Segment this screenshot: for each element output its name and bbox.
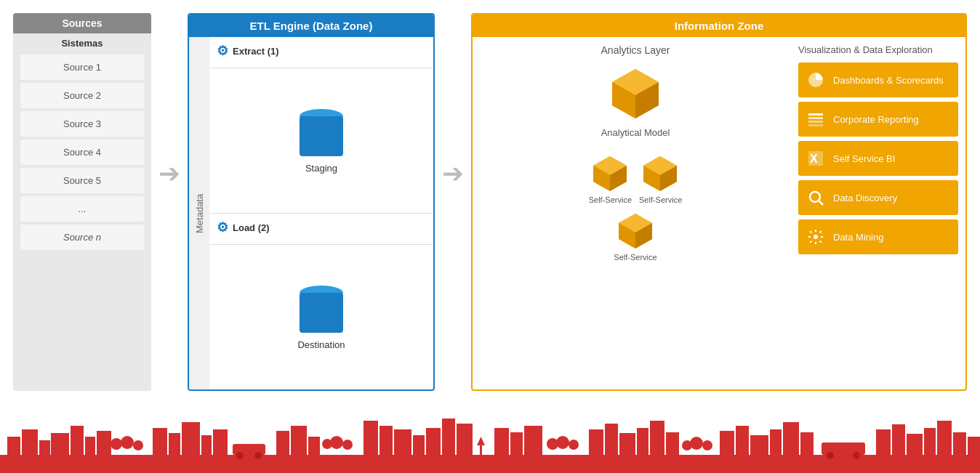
data-mining-button[interactable]: Data Mining bbox=[798, 219, 958, 254]
dashboards-button[interactable]: Dashboards & Scorecards bbox=[798, 62, 958, 97]
svg-point-64 bbox=[569, 440, 579, 450]
staging-label: Staging bbox=[305, 163, 337, 174]
svg-rect-86 bbox=[924, 428, 936, 455]
load-section: ⚙ Load (2) bbox=[209, 214, 433, 245]
excel-icon: X bbox=[806, 148, 826, 169]
city-skyline bbox=[0, 400, 980, 473]
staging-cylinder bbox=[300, 108, 343, 158]
info-header: Information Zone bbox=[473, 15, 965, 37]
svg-rect-54 bbox=[426, 428, 441, 455]
svg-rect-31 bbox=[85, 437, 95, 455]
list-item: Source 2 bbox=[20, 83, 144, 108]
svg-rect-79 bbox=[800, 432, 814, 455]
analytics-layer-title: Analytics Layer bbox=[480, 44, 791, 56]
svg-rect-55 bbox=[442, 419, 455, 455]
arrow-etl-to-info: ➔ bbox=[442, 158, 464, 189]
svg-rect-53 bbox=[413, 435, 425, 455]
metadata-label: Metadata bbox=[189, 37, 209, 389]
self-service-label-2: Self-Service bbox=[639, 195, 682, 204]
self-service-bi-button[interactable]: X Self Service BI bbox=[798, 141, 958, 176]
list-item: ... bbox=[20, 196, 144, 222]
svg-rect-66 bbox=[605, 424, 618, 455]
staging-area: Staging bbox=[209, 68, 433, 214]
svg-text:X: X bbox=[810, 153, 818, 165]
self-service-single: Self-Service bbox=[480, 210, 791, 262]
svg-rect-57 bbox=[480, 444, 482, 462]
destination-label: Destination bbox=[297, 339, 345, 350]
svg-rect-84 bbox=[892, 424, 905, 455]
svg-marker-58 bbox=[477, 437, 485, 445]
svg-rect-65 bbox=[589, 429, 603, 455]
self-service-item: Self-Service bbox=[639, 153, 682, 204]
svg-rect-61 bbox=[524, 426, 542, 455]
svg-rect-74 bbox=[720, 431, 734, 455]
sources-header: Sources bbox=[13, 13, 151, 33]
etl-panel: ETL Engine (Data Zone) Metadata ⚙ Extrac… bbox=[188, 13, 435, 391]
gear-icon: ⚙ bbox=[217, 43, 228, 59]
info-panel: Information Zone Analytics Layer Analyti… bbox=[471, 13, 967, 391]
self-service-item: Self-Service bbox=[589, 153, 632, 204]
svg-rect-76 bbox=[750, 435, 768, 455]
svg-point-81 bbox=[827, 452, 834, 459]
svg-rect-51 bbox=[379, 426, 393, 455]
data-mining-label: Data Mining bbox=[833, 232, 883, 243]
pie-chart-icon bbox=[806, 70, 826, 90]
svg-rect-37 bbox=[169, 433, 180, 455]
svg-point-73 bbox=[702, 440, 712, 450]
svg-rect-28 bbox=[39, 440, 50, 455]
svg-rect-39 bbox=[201, 435, 212, 455]
svg-point-42 bbox=[236, 452, 244, 459]
svg-rect-17 bbox=[808, 117, 823, 119]
self-service-row-1: Self-Service Self-Service bbox=[480, 153, 791, 204]
svg-rect-29 bbox=[51, 433, 69, 455]
svg-rect-40 bbox=[213, 429, 228, 455]
svg-rect-44 bbox=[276, 431, 289, 455]
self-service-bi-label: Self Service BI bbox=[833, 153, 895, 164]
self-service-label-1: Self-Service bbox=[589, 195, 632, 204]
svg-rect-36 bbox=[153, 428, 167, 455]
corporate-reporting-label: Corporate Reporting bbox=[833, 114, 919, 125]
self-service-cube-1 bbox=[590, 153, 630, 193]
destination-cylinder bbox=[300, 284, 343, 335]
data-discovery-button[interactable]: Data Discovery bbox=[798, 180, 958, 215]
svg-rect-30 bbox=[71, 426, 84, 455]
analytical-model-label: Analytical Model bbox=[601, 127, 670, 138]
etl-header: ETL Engine (Data Zone) bbox=[189, 15, 433, 37]
svg-point-82 bbox=[853, 452, 860, 459]
svg-line-23 bbox=[819, 201, 824, 206]
svg-rect-87 bbox=[937, 421, 952, 455]
svg-rect-70 bbox=[666, 432, 679, 455]
extract-label: Extract (1) bbox=[233, 46, 279, 57]
analytical-model-cube bbox=[606, 63, 664, 121]
self-service-cube-3 bbox=[616, 210, 656, 250]
analytics-layer: Analytics Layer Analytical Model bbox=[480, 44, 791, 382]
svg-rect-67 bbox=[619, 433, 635, 455]
svg-rect-16 bbox=[808, 113, 823, 116]
destination-area: Destination bbox=[209, 245, 433, 389]
load-label: Load (2) bbox=[233, 222, 270, 233]
svg-rect-75 bbox=[736, 426, 749, 455]
svg-point-33 bbox=[111, 438, 122, 450]
svg-point-43 bbox=[254, 452, 262, 459]
extract-section: ⚙ Extract (1) bbox=[209, 37, 433, 68]
analytical-model-area: Analytical Model bbox=[480, 63, 791, 138]
svg-point-72 bbox=[690, 437, 703, 450]
table-icon bbox=[806, 109, 826, 129]
gear-icon bbox=[806, 227, 826, 247]
search-icon bbox=[806, 187, 826, 208]
svg-point-24 bbox=[814, 235, 818, 239]
svg-rect-60 bbox=[510, 432, 523, 455]
corporate-reporting-button[interactable]: Corporate Reporting bbox=[798, 102, 958, 137]
list-item: Source 4 bbox=[20, 140, 144, 165]
svg-rect-88 bbox=[953, 432, 966, 455]
svg-rect-85 bbox=[907, 434, 923, 455]
list-item: Source 3 bbox=[20, 111, 144, 137]
data-discovery-label: Data Discovery bbox=[833, 193, 897, 203]
viz-title: Visualization & Data Exploration bbox=[798, 44, 958, 55]
arrow-sources-to-etl: ➔ bbox=[158, 158, 180, 189]
svg-rect-45 bbox=[291, 426, 307, 455]
svg-rect-56 bbox=[457, 424, 473, 455]
svg-rect-38 bbox=[182, 422, 200, 455]
svg-rect-26 bbox=[7, 437, 20, 455]
svg-point-35 bbox=[133, 440, 143, 450]
